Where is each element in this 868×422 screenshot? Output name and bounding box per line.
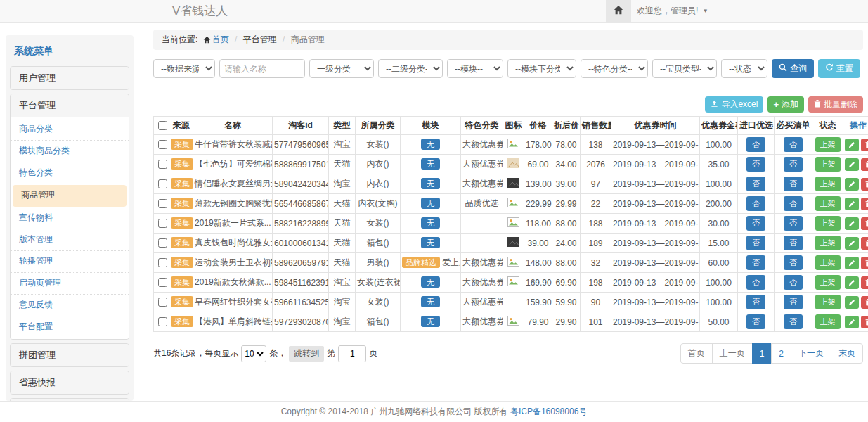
pager-上一页[interactable]: 上一页	[712, 343, 753, 364]
status-toggle[interactable]: 上架	[815, 236, 841, 250]
import-select-toggle[interactable]: 否	[746, 196, 765, 211]
edit-button[interactable]	[845, 139, 859, 151]
delete-button[interactable]	[861, 198, 868, 210]
jump-button[interactable]: 跳转到	[289, 346, 324, 362]
page-size-select[interactable]: 10	[241, 345, 266, 362]
delete-button[interactable]	[861, 237, 868, 250]
search-button[interactable]: 查询	[772, 59, 814, 78]
edit-button[interactable]	[845, 217, 859, 230]
status-toggle[interactable]: 上架	[815, 295, 841, 309]
must-buy-toggle[interactable]: 否	[784, 177, 803, 191]
must-buy-toggle[interactable]: 否	[784, 314, 803, 329]
jump-page-input[interactable]	[338, 345, 366, 362]
row-checkbox[interactable]	[158, 278, 167, 287]
status-toggle[interactable]: 上架	[815, 314, 841, 329]
import-select-toggle[interactable]: 否	[746, 216, 765, 231]
edit-button[interactable]	[845, 276, 859, 289]
edit-button[interactable]	[845, 158, 859, 171]
must-buy-toggle[interactable]: 否	[784, 196, 803, 211]
row-checkbox[interactable]	[158, 298, 167, 307]
must-buy-toggle[interactable]: 否	[784, 137, 803, 152]
edit-button[interactable]	[845, 198, 859, 210]
sidebar-group-省惠快报[interactable]: 省惠快报	[11, 371, 129, 394]
import-select-toggle[interactable]: 否	[746, 314, 765, 329]
pager-1[interactable]: 1	[752, 343, 772, 364]
filter-item-type-select[interactable]: --宝贝类型--	[652, 59, 717, 78]
delete-button[interactable]	[861, 316, 868, 328]
edit-button[interactable]	[845, 316, 859, 328]
sidebar-item-版本管理[interactable]: 版本管理	[11, 229, 129, 251]
status-toggle[interactable]: 上架	[815, 255, 841, 270]
filter-level2-select[interactable]: --二级分类--	[378, 59, 443, 78]
sidebar-group-拼团管理[interactable]: 拼团管理	[11, 344, 129, 366]
import-select-toggle[interactable]: 否	[746, 295, 765, 309]
import-select-toggle[interactable]: 否	[746, 177, 765, 191]
user-menu[interactable]: 欢迎您，管理员! ▼	[637, 0, 708, 22]
add-button[interactable]: + 添加	[767, 96, 804, 113]
batch-delete-button[interactable]: 批量删除	[808, 96, 863, 113]
row-checkbox[interactable]	[158, 160, 167, 169]
select-all-checkbox[interactable]	[158, 121, 167, 130]
name-search-input[interactable]	[219, 59, 305, 78]
pager-下一页[interactable]: 下一页	[791, 343, 831, 364]
row-checkbox[interactable]	[158, 179, 167, 188]
icp-link[interactable]: 粤ICP备16098006号	[510, 407, 587, 416]
breadcrumb-item-platform[interactable]: 平台管理	[243, 34, 277, 44]
status-toggle[interactable]: 上架	[815, 157, 841, 172]
row-checkbox[interactable]	[158, 258, 167, 267]
filter-module-sub-select[interactable]: --模块下分类--	[507, 59, 576, 78]
edit-button[interactable]	[845, 257, 859, 269]
status-toggle[interactable]: 上架	[815, 196, 841, 211]
row-checkbox[interactable]	[158, 199, 167, 208]
delete-button[interactable]	[861, 217, 868, 230]
import-select-toggle[interactable]: 否	[746, 255, 765, 270]
row-checkbox[interactable]	[158, 140, 167, 149]
filter-module-select[interactable]: --模块--	[447, 59, 503, 78]
must-buy-toggle[interactable]: 否	[784, 275, 803, 290]
filter-status-select[interactable]: --状态--	[721, 59, 767, 78]
import-select-toggle[interactable]: 否	[746, 275, 765, 290]
sidebar-item-模块商品分类[interactable]: 模块商品分类	[11, 141, 129, 162]
sidebar-item-商品管理[interactable]: 商品管理	[13, 185, 127, 207]
delete-button[interactable]	[861, 257, 868, 269]
sidebar-item-意见反馈[interactable]: 意见反馈	[11, 295, 129, 316]
filter-data-source-select[interactable]: --数据来源--	[153, 59, 215, 78]
must-buy-toggle[interactable]: 否	[784, 236, 803, 250]
import-select-toggle[interactable]: 否	[746, 157, 765, 172]
sidebar-group-用户管理[interactable]: 用户管理	[11, 67, 129, 89]
filter-level1-select[interactable]: 一级分类	[309, 59, 374, 78]
breadcrumb-home-link[interactable]: 首页	[200, 34, 229, 44]
reset-button[interactable]: 重置	[818, 59, 860, 78]
import-select-toggle[interactable]: 否	[746, 137, 765, 152]
sidebar-item-特色分类[interactable]: 特色分类	[11, 162, 129, 184]
pager-首页[interactable]: 首页	[680, 343, 713, 364]
status-toggle[interactable]: 上架	[815, 177, 841, 191]
edit-button[interactable]	[845, 237, 859, 250]
import-select-toggle[interactable]: 否	[746, 236, 765, 250]
sidebar-item-轮播管理[interactable]: 轮播管理	[11, 251, 129, 273]
home-button[interactable]	[606, 0, 631, 22]
status-toggle[interactable]: 上架	[815, 137, 841, 152]
sidebar-item-启动页管理[interactable]: 启动页管理	[11, 273, 129, 295]
must-buy-toggle[interactable]: 否	[784, 255, 803, 270]
sidebar-group-平台管理[interactable]: 平台管理	[11, 94, 129, 117]
status-toggle[interactable]: 上架	[815, 216, 841, 231]
edit-button[interactable]	[845, 296, 859, 309]
row-checkbox[interactable]	[158, 238, 167, 248]
delete-button[interactable]	[861, 158, 868, 171]
filter-feature-select[interactable]: --特色分类--	[581, 59, 648, 78]
sidebar-item-平台配置[interactable]: 平台配置	[11, 316, 129, 338]
delete-button[interactable]	[861, 276, 868, 289]
delete-button[interactable]	[861, 178, 868, 191]
pager-末页[interactable]: 末页	[831, 343, 863, 364]
sidebar-item-商品分类[interactable]: 商品分类	[11, 119, 129, 141]
row-checkbox[interactable]	[158, 219, 167, 228]
delete-button[interactable]	[861, 139, 868, 151]
import-excel-button[interactable]: 导入excel	[705, 96, 763, 113]
delete-button[interactable]	[861, 296, 868, 309]
must-buy-toggle[interactable]: 否	[784, 216, 803, 231]
status-toggle[interactable]: 上架	[815, 275, 841, 290]
edit-button[interactable]	[845, 178, 859, 191]
must-buy-toggle[interactable]: 否	[784, 157, 803, 172]
sidebar-item-宣传物料[interactable]: 宣传物料	[11, 207, 129, 229]
